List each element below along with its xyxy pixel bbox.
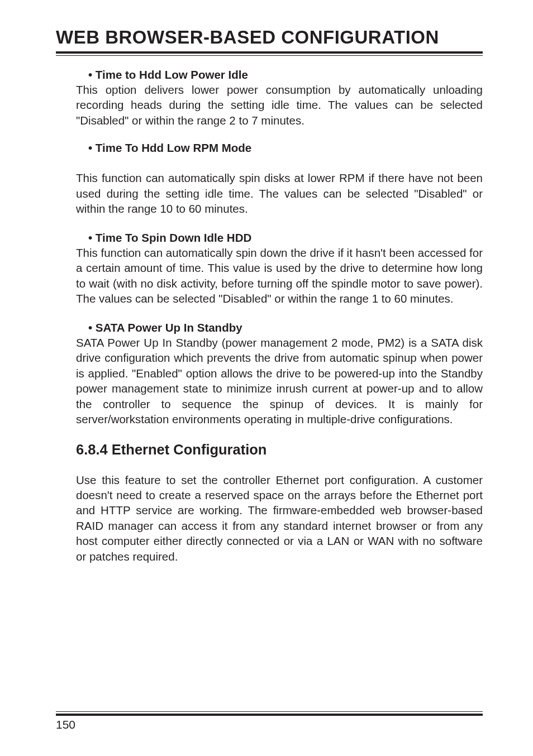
body-sata-standby: SATA Power Up In Standby (power manageme… (76, 335, 483, 427)
page-footer: 150 (56, 711, 483, 731)
heading-sata-standby: • SATA Power Up In Standby (76, 321, 483, 334)
footer-divider (56, 711, 483, 716)
page-number: 150 (56, 718, 483, 731)
header-divider (56, 51, 483, 56)
page-header-title: WEB BROWSER-BASED CONFIGURATION (56, 27, 483, 48)
heading-ethernet-config: 6.8.4 Ethernet Configuration (76, 442, 483, 458)
heading-spin-down-idle: • Time To Spin Down Idle HDD (76, 231, 483, 245)
heading-hdd-low-rpm: • Time To Hdd Low RPM Mode (76, 141, 483, 155)
content-block: • Time to Hdd Low Power Idle This option… (56, 68, 483, 564)
body-ethernet-config: Use this feature to set the controller E… (76, 472, 483, 564)
body-hdd-low-rpm: This function can automatically spin dis… (76, 170, 483, 216)
body-spin-down-idle: This function can automatically spin dow… (76, 245, 483, 307)
body-hdd-low-power-idle: This option delivers lower power consump… (76, 82, 483, 128)
heading-hdd-low-power-idle: • Time to Hdd Low Power Idle (76, 68, 483, 82)
